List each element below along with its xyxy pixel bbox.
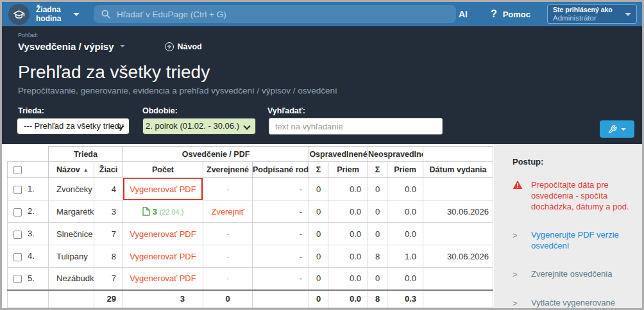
publish-link[interactable]: Zverejniť [211,207,244,216]
class-select[interactable]: --- Prehľad za všetky triedy [17,118,130,135]
table-search-input[interactable] [269,118,443,135]
step-print-link[interactable]: > Vytlačte vygenerované PDF osvedčenia [513,297,633,310]
chevron-down-icon [625,13,631,16]
graduation-cap-icon [13,8,25,20]
published-dash[interactable]: - [226,252,229,261]
select-all-checkbox[interactable] [13,166,22,174]
total-published: 0 [203,290,253,308]
page-header: Pohľad: Vysvedčenia / výpisy ? Návod Pre… [2,26,642,144]
totals-row: 29 3 0 0 0.0 8 0.3 [8,290,493,308]
wrench-icon [608,125,617,134]
sidebar-title: Postup: [513,157,633,167]
class-name: Zvončeky [49,178,94,200]
page-subtitle: Prepočítavanie, generovanie, evidencia a… [18,85,642,97]
warning-icon [513,180,523,190]
workflow-sidebar: Postup: Prepočítajte dáta pre osvedčenia… [494,144,642,308]
row-checkbox[interactable] [13,186,22,194]
row-checkbox[interactable] [13,208,22,216]
table-row: 1. Zvončeky 4 Vygenerovať PDF - - 0 0.0 … [8,178,493,200]
generate-pdf-link[interactable]: Vygenerovať PDF [130,273,196,283]
table-row: 4. Tulipány 8 Vygenerovať PDF - - 0 0.0 … [8,245,493,268]
view-selector[interactable]: Vysvedčenia / výpisy [18,41,125,52]
sort-asc-icon: ▲ [83,167,89,173]
user-menu[interactable]: Ste prihlásený ako Administrátor [547,4,637,24]
column-header-datum[interactable]: Dátum vydania [423,162,493,178]
global-search-input[interactable] [94,5,456,23]
column-header-zverejnene[interactable]: Zverejnené [203,162,253,178]
column-header-priem-osp[interactable]: Priem [328,162,368,178]
published-dash[interactable]: - [226,273,229,283]
lesson-label: Žiadna hodina [36,5,69,23]
app-window: Žiadna hodina AI ? Pomoc Ste prihlásený … [0,0,644,310]
step-recalculate-link[interactable]: Prepočítajte dáta pre osvedčenia - spočí… [513,179,633,212]
topbar: Žiadna hodina AI ? Pomoc Ste prihlásený … [2,2,642,26]
total-count: 3 [123,290,203,308]
question-mark-icon: ? [491,8,497,20]
chevron-right-icon: > [513,231,518,240]
chevron-down-icon [73,13,80,16]
chevron-right-icon: > [513,298,518,308]
class-name: Margarétky [49,200,94,223]
row-checkbox[interactable] [13,253,22,261]
period-select[interactable]: 2. polrok (01.02. - 30.06.) [142,118,256,135]
table-row: 5. Nezábudky 7 Vygenerovať PDF - - 0 0.0… [8,268,493,290]
table-row: 2. Margarétky 3 3 (22.04.) Zverejniť [8,200,493,223]
group-header-trieda: Trieda [49,147,123,162]
step-generate-pdf-link[interactable]: > Vygenerujte PDF verzie osvedčení [513,229,633,251]
period-filter-label: Obdobie: [142,106,267,115]
class-name: Slnečnice [49,223,94,245]
chevron-down-icon [621,128,626,131]
class-filter-label: Trieda: [18,106,142,115]
class-name: Nezábudky [49,268,94,290]
generate-pdf-link[interactable]: Vygenerovať PDF [130,229,196,239]
table-row: 3. Slnečnice 7 Vygenerovať PDF - - 0 0.0… [8,223,493,245]
column-header-sum-neosp[interactable]: Σ [368,162,387,178]
column-header-ziaci[interactable]: Žiaci [94,162,123,178]
column-header-priem-neosp[interactable]: Priem [387,162,423,178]
published-dash[interactable]: - [226,229,229,239]
main-content: Trieda Osvedčenie / PDF Ospravedlnené Ne… [2,144,642,308]
row-checkbox[interactable] [13,275,22,283]
help-circle-icon: ? [165,42,174,51]
search-filter-label: Vyhľadať: [267,106,443,115]
classes-table: Trieda Osvedčenie / PDF Ospravedlnené Ne… [7,146,493,308]
edupage-logo[interactable] [8,4,30,25]
pdf-icon [142,207,150,216]
group-header-neospravedlnene: Neospravedlnené [368,147,423,162]
row-checkbox[interactable] [13,231,22,239]
step-publish-link[interactable]: > Zverejnite osvedčenia [513,268,633,280]
class-name: Tulipány [49,245,94,268]
column-header-pocet[interactable]: Počet [123,162,203,178]
column-header-podpisane[interactable]: Podpísané rodičom [253,162,309,178]
chevron-right-icon: > [513,270,518,279]
search-icon [101,9,111,19]
ai-button[interactable]: AI [459,9,468,19]
pdf-count-link[interactable]: 3 (22.04.) [142,207,184,216]
group-header-osvedcenie: Osvedčenie / PDF [123,147,309,162]
generate-pdf-link[interactable]: Vygenerovať PDF [130,184,196,194]
help-button[interactable]: ? Pomoc [491,8,530,20]
total-students: 29 [94,290,123,308]
chevron-down-icon [120,45,125,47]
guide-link[interactable]: ? Návod [165,42,202,51]
published-dash[interactable]: - [226,184,229,194]
tools-button[interactable] [600,120,634,138]
signed-in-role: Administrátor [553,14,623,22]
generate-pdf-link[interactable]: Vygenerovať PDF [130,252,196,261]
column-header-sum-osp[interactable]: Σ [309,162,328,178]
view-label: Pohľad: [18,32,38,38]
group-header-ospravedlnene: Ospravedlnené [309,147,368,162]
page-title: Prehľad za všetky triedy [18,62,642,83]
signed-in-label: Ste prihlásený ako [553,6,623,14]
column-header-nazov[interactable]: Názov▲ [49,162,94,178]
lesson-selector[interactable]: Žiadna hodina [36,5,80,23]
